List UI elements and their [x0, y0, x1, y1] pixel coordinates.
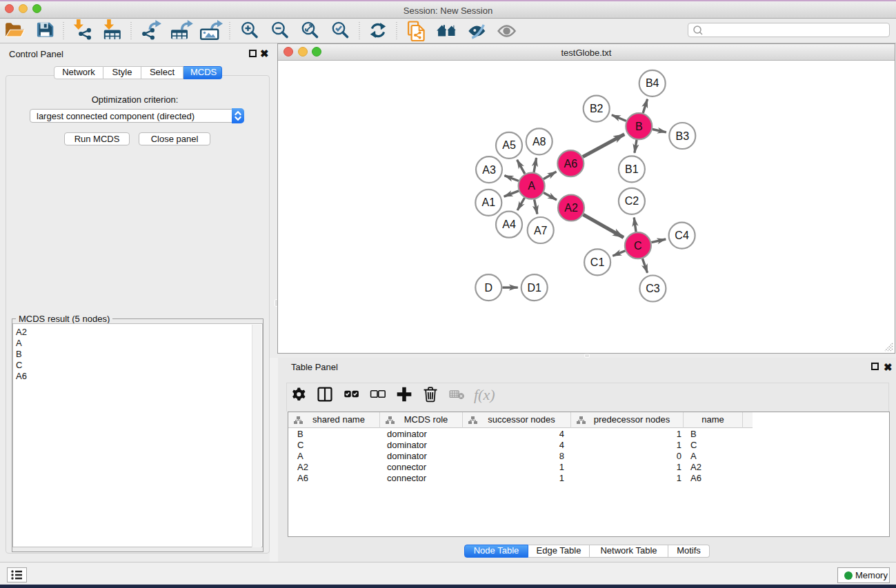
- svg-text:C4: C4: [675, 230, 689, 241]
- svg-text:f(x): f(x): [474, 386, 495, 403]
- svg-text:A8: A8: [532, 136, 546, 148]
- svg-text:C: C: [634, 240, 642, 252]
- svg-text:D1: D1: [527, 282, 541, 294]
- svg-text:B: B: [635, 121, 643, 132]
- svg-text:C2: C2: [625, 195, 639, 207]
- svg-text:A5: A5: [502, 139, 516, 151]
- svg-text:A7: A7: [534, 225, 548, 236]
- svg-text:B3: B3: [676, 130, 690, 142]
- svg-text:A1: A1: [482, 196, 496, 208]
- svg-text:B2: B2: [590, 103, 604, 114]
- svg-text:A2: A2: [564, 202, 578, 214]
- svg-text:B1: B1: [625, 163, 639, 175]
- svg-text:A4: A4: [502, 219, 516, 230]
- svg-text:B4: B4: [646, 77, 659, 89]
- svg-text:A6: A6: [564, 158, 578, 170]
- svg-text:A: A: [528, 180, 535, 192]
- svg-text:C1: C1: [590, 256, 605, 268]
- svg-text:A3: A3: [482, 164, 496, 176]
- svg-text:D: D: [485, 282, 493, 294]
- svg-text:C3: C3: [646, 283, 660, 294]
